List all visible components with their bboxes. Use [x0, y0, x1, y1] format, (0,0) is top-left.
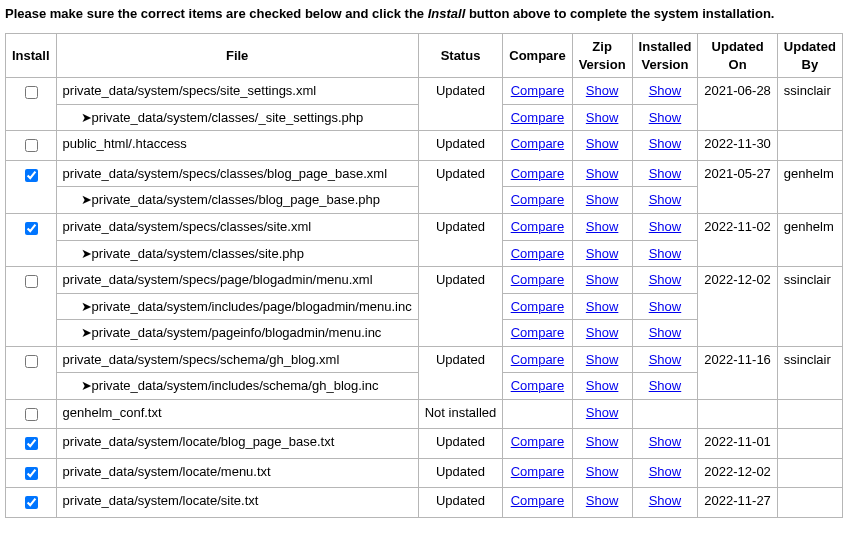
child-file-path: ➤private_data/system/pageinfo/blogadmin/… [56, 320, 418, 347]
table-row: private_data/system/specs/schema/gh_blog… [6, 346, 843, 373]
compare-link[interactable]: Compare [511, 352, 564, 367]
child-file-path: ➤private_data/system/classes/_site_setti… [56, 104, 418, 131]
installed-version-link[interactable]: Show [649, 110, 682, 125]
compare-link[interactable]: Compare [511, 378, 564, 393]
compare-link[interactable]: Compare [511, 493, 564, 508]
install-checkbox[interactable] [25, 496, 38, 509]
zip-version-link[interactable]: Show [586, 325, 619, 340]
installed-version-link[interactable]: Show [649, 246, 682, 261]
installed-version-link[interactable]: Show [649, 493, 682, 508]
compare-link[interactable]: Compare [511, 464, 564, 479]
compare-link[interactable]: Compare [511, 136, 564, 151]
installed-version-link[interactable]: Show [649, 352, 682, 367]
zip-version-link[interactable]: Show [586, 219, 619, 234]
file-path: private_data/system/specs/site_settings.… [56, 78, 418, 105]
child-file-path: ➤private_data/system/classes/site.php [56, 240, 418, 267]
col-status: Status [418, 34, 503, 78]
installed-version-link[interactable]: Show [649, 136, 682, 151]
zip-version-link[interactable]: Show [586, 83, 619, 98]
status-cell: Updated [418, 458, 503, 488]
child-arrow-icon: ➤ [81, 299, 92, 314]
zip-version-link[interactable]: Show [586, 405, 619, 420]
updated-by [777, 429, 842, 459]
installed-version-link[interactable]: Show [649, 166, 682, 181]
file-path: private_data/system/specs/schema/gh_blog… [56, 346, 418, 373]
updated-on [698, 399, 778, 429]
compare-link[interactable]: Compare [511, 83, 564, 98]
installed-version-link[interactable]: Show [649, 272, 682, 287]
updated-by: genhelm [777, 160, 842, 213]
status-cell: Updated [418, 214, 503, 267]
compare-link[interactable]: Compare [511, 246, 564, 261]
status-cell: Updated [418, 488, 503, 518]
child-arrow-icon: ➤ [81, 246, 92, 261]
install-checkbox[interactable] [25, 437, 38, 450]
file-path: private_data/system/locate/site.txt [56, 488, 418, 518]
installed-version-link[interactable]: Show [649, 192, 682, 207]
child-arrow-icon: ➤ [81, 378, 92, 393]
zip-version-link[interactable]: Show [586, 166, 619, 181]
zip-version-link[interactable]: Show [586, 464, 619, 479]
col-zip-version: Zip Version [572, 34, 632, 78]
installed-version-link[interactable]: Show [649, 83, 682, 98]
zip-version-link[interactable]: Show [586, 378, 619, 393]
zip-version-link[interactable]: Show [586, 434, 619, 449]
zip-version-link[interactable]: Show [586, 272, 619, 287]
updated-on: 2022-11-27 [698, 488, 778, 518]
table-row: private_data/system/specs/page/blogadmin… [6, 267, 843, 294]
file-path: private_data/system/specs/classes/site.x… [56, 214, 418, 241]
table-row: private_data/system/locate/blog_page_bas… [6, 429, 843, 459]
zip-version-link[interactable]: Show [586, 192, 619, 207]
compare-link[interactable]: Compare [511, 166, 564, 181]
child-arrow-icon: ➤ [81, 110, 92, 125]
install-checkbox[interactable] [25, 222, 38, 235]
install-checkbox[interactable] [25, 408, 38, 421]
zip-version-link[interactable]: Show [586, 352, 619, 367]
col-compare: Compare [503, 34, 572, 78]
zip-version-link[interactable]: Show [586, 299, 619, 314]
zip-version-link[interactable]: Show [586, 493, 619, 508]
updated-by [777, 488, 842, 518]
updated-by [777, 399, 842, 429]
installed-version-link[interactable]: Show [649, 464, 682, 479]
table-row: genhelm_conf.txtNot installedShow [6, 399, 843, 429]
updated-on: 2021-06-28 [698, 78, 778, 131]
compare-link[interactable]: Compare [511, 325, 564, 340]
status-cell: Updated [418, 78, 503, 131]
status-cell: Updated [418, 267, 503, 347]
file-path: private_data/system/specs/page/blogadmin… [56, 267, 418, 294]
install-checkbox[interactable] [25, 355, 38, 368]
status-cell: Updated [418, 429, 503, 459]
installed-version-link[interactable]: Show [649, 434, 682, 449]
installed-version-link[interactable]: Show [649, 325, 682, 340]
compare-link[interactable]: Compare [511, 272, 564, 287]
updated-by: ssinclair [777, 78, 842, 131]
install-checkbox[interactable] [25, 86, 38, 99]
status-cell: Updated [418, 346, 503, 399]
table-row: public_html/.htaccessUpdatedCompareShowS… [6, 131, 843, 161]
zip-version-link[interactable]: Show [586, 136, 619, 151]
zip-version-link[interactable]: Show [586, 110, 619, 125]
install-checkbox[interactable] [25, 169, 38, 182]
table-header-row: Install File Status Compare Zip Version … [6, 34, 843, 78]
status-cell: Updated [418, 160, 503, 213]
col-updated-on: Updated On [698, 34, 778, 78]
child-file-path: ➤private_data/system/includes/schema/gh_… [56, 373, 418, 400]
compare-link[interactable]: Compare [511, 192, 564, 207]
installed-version-link[interactable]: Show [649, 378, 682, 393]
install-checkbox[interactable] [25, 275, 38, 288]
file-path: public_html/.htaccess [56, 131, 418, 161]
compare-link[interactable]: Compare [511, 219, 564, 234]
install-checkbox[interactable] [25, 467, 38, 480]
compare-link[interactable]: Compare [511, 110, 564, 125]
updated-on: 2022-12-02 [698, 458, 778, 488]
child-file-path: ➤private_data/system/includes/page/bloga… [56, 293, 418, 320]
file-path: private_data/system/locate/menu.txt [56, 458, 418, 488]
install-checkbox[interactable] [25, 139, 38, 152]
installed-version-link[interactable]: Show [649, 219, 682, 234]
updated-by [777, 458, 842, 488]
compare-link[interactable]: Compare [511, 434, 564, 449]
installed-version-link[interactable]: Show [649, 299, 682, 314]
zip-version-link[interactable]: Show [586, 246, 619, 261]
compare-link[interactable]: Compare [511, 299, 564, 314]
